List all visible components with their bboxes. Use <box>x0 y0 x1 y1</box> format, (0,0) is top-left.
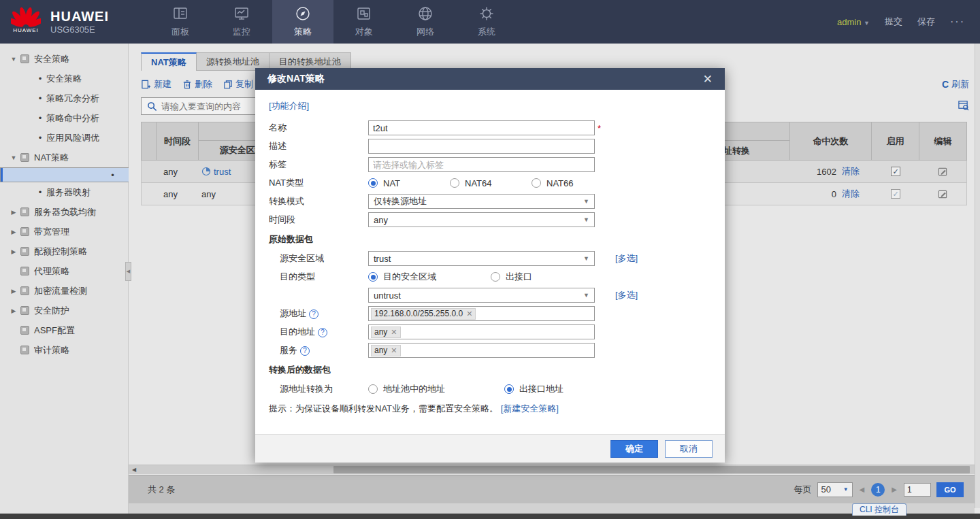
chevron-right-icon: ▶ <box>10 288 18 295</box>
radio-nat66[interactable]: NAT66 <box>532 178 613 188</box>
sidebar: ▼安全策略 安全策略 策略冗余分析 策略命中分析 应用风险调优 ▼NAT策略 N… <box>0 44 129 514</box>
copy-icon <box>223 80 233 90</box>
scroll-left-arrow[interactable]: ◀ <box>129 465 140 474</box>
clear-hits-link[interactable]: 清除 <box>842 188 860 200</box>
src-zone-multi-select-link[interactable]: [多选] <box>615 252 638 265</box>
radio-egress-interface[interactable]: 出接口地址 <box>504 383 640 395</box>
radio-dst-zone[interactable]: 目的安全区域 <box>368 271 491 283</box>
sidebar-group-nat-policy[interactable]: ▼NAT策略 <box>0 148 128 167</box>
sidebar-group-slb[interactable]: ▶服务器负载均衡 <box>0 202 128 222</box>
translation-mode-select[interactable]: 仅转换源地址▼ <box>368 194 595 209</box>
radio-nat[interactable]: NAT <box>368 178 450 188</box>
commit-button[interactable]: 提交 <box>885 16 902 28</box>
horizontal-scrollbar: ◀ <box>129 465 975 474</box>
nav-dashboard[interactable]: 面板 <box>150 0 211 44</box>
help-icon[interactable]: ? <box>309 309 318 319</box>
col-edit[interactable]: 编辑 <box>919 122 966 160</box>
sidebar-item-audit-policy[interactable]: 审计策略 <box>0 340 128 360</box>
more-menu-icon[interactable]: ··· <box>950 16 965 28</box>
chevron-down-icon: ▼ <box>583 198 589 205</box>
nav-system[interactable]: 系统 <box>456 0 517 44</box>
radio-dst-interface[interactable]: 出接口 <box>491 271 613 283</box>
col-enable[interactable]: 启用 <box>872 122 919 160</box>
remove-chip-icon[interactable]: ✕ <box>391 346 397 355</box>
nav-policy[interactable]: 策略 <box>272 0 333 44</box>
nav-network[interactable]: 网络 <box>395 0 456 44</box>
description-field[interactable] <box>368 139 595 154</box>
sidebar-item-app-risk-tuning[interactable]: 应用风险调优 <box>0 128 128 148</box>
sidebar-item-proxy-policy[interactable]: 代理策略 <box>0 261 128 281</box>
sidebar-group-security-protection[interactable]: ▶安全防护 <box>0 301 128 320</box>
name-field[interactable] <box>368 120 595 135</box>
slb-icon <box>20 207 29 216</box>
cancel-button[interactable]: 取消 <box>665 440 713 458</box>
dst-addr-field[interactable]: any✕ <box>368 324 595 339</box>
clear-hits-link[interactable]: 清除 <box>842 165 860 178</box>
network-globe-icon <box>416 5 434 24</box>
edit-icon[interactable] <box>938 167 948 177</box>
remove-chip-icon[interactable]: ✕ <box>391 328 397 337</box>
quota-icon <box>20 247 29 256</box>
sidebar-item-server-mapping[interactable]: 服务器映射 <box>0 182 128 202</box>
search-icon <box>147 101 157 112</box>
user-menu[interactable]: admin ▼ <box>837 17 870 27</box>
close-icon[interactable]: ✕ <box>699 72 717 86</box>
help-icon[interactable]: ? <box>300 346 310 356</box>
sidebar-group-bandwidth[interactable]: ▶带宽管理 <box>0 222 128 241</box>
sidebar-item-policy-hit-analysis[interactable]: 策略命中分析 <box>0 108 128 128</box>
cli-console-tab[interactable]: CLI 控制台 <box>852 503 906 516</box>
trash-icon <box>182 80 192 90</box>
sidebar-group-security-policy[interactable]: ▼安全策略 <box>0 49 128 69</box>
scrollbar-thumb[interactable] <box>333 466 970 473</box>
dst-addr-label: 目的地址 <box>280 327 315 337</box>
radio-address-pool[interactable]: 地址池中的地址 <box>368 383 504 395</box>
enable-checkbox[interactable]: ✓ <box>891 189 900 199</box>
sidebar-item-security-policy[interactable]: 安全策略 <box>0 69 128 88</box>
src-addr-field[interactable]: 192.168.0.0/255.255.0.0✕ <box>368 306 595 321</box>
column-filter-icon[interactable] <box>958 99 969 114</box>
sidebar-item-policy-redundancy[interactable]: 策略冗余分析 <box>0 88 128 108</box>
current-page-badge[interactable]: 1 <box>871 483 885 497</box>
feature-intro-link[interactable]: [功能介绍] <box>269 100 309 112</box>
pagination-bar: 共 2 条 每页 50 ▼ ◀ 1 ▶ GO <box>129 475 975 503</box>
dst-zone-select[interactable]: untrust▼ <box>368 288 595 303</box>
prev-page-arrow[interactable]: ◀ <box>858 486 866 493</box>
time-range-select[interactable]: any▼ <box>368 212 595 227</box>
next-page-arrow[interactable]: ▶ <box>890 486 898 493</box>
ok-button[interactable]: 确定 <box>610 440 658 458</box>
radio-nat64[interactable]: NAT64 <box>450 178 532 188</box>
refresh-button[interactable]: C 刷新 <box>942 78 969 90</box>
col-time[interactable]: 时间段 <box>157 122 199 160</box>
col-hit-count[interactable]: 命中次数 <box>790 122 872 160</box>
page-jump-input[interactable] <box>904 483 931 497</box>
tab-nat-policy[interactable]: NAT策略 <box>141 52 197 71</box>
nav-monitor[interactable]: 监控 <box>211 0 272 44</box>
delete-button[interactable]: 删除 <box>182 78 212 90</box>
enable-checkbox[interactable]: ✓ <box>891 167 900 176</box>
new-security-policy-link[interactable]: [新建安全策略] <box>501 403 559 414</box>
vertical-scrollbar[interactable] <box>975 44 980 508</box>
sidebar-item-aspf-config[interactable]: ASPF配置 <box>0 320 128 340</box>
per-page-select[interactable]: 50 ▼ <box>817 482 853 497</box>
src-zone-select[interactable]: trust▼ <box>368 251 595 266</box>
copy-button[interactable]: 复制 <box>223 78 253 90</box>
nav-object[interactable]: 对象 <box>333 0 395 44</box>
new-icon <box>141 80 151 90</box>
help-icon[interactable]: ? <box>318 328 327 337</box>
tag-field[interactable] <box>368 157 595 172</box>
src-zone-label: 源安全区域 <box>269 252 368 265</box>
new-button[interactable]: 新建 <box>141 78 172 90</box>
dialog-header: 修改NAT策略 ✕ <box>255 68 725 90</box>
edit-icon[interactable] <box>938 189 948 199</box>
policy-compass-icon <box>294 5 312 24</box>
dst-zone-multi-select-link[interactable]: [多选] <box>615 289 638 301</box>
remove-chip-icon[interactable]: ✕ <box>466 309 472 318</box>
modify-nat-policy-dialog: 修改NAT策略 ✕ [功能介绍] 名称 * 描述 标签 NAT类型 NAT <box>255 68 725 463</box>
zone-link[interactable]: trust <box>214 167 231 177</box>
sidebar-group-quota[interactable]: ▶配额控制策略 <box>0 241 128 261</box>
service-field[interactable]: any✕ <box>368 343 595 358</box>
save-button[interactable]: 保存 <box>917 16 935 28</box>
go-button[interactable]: GO <box>936 482 964 497</box>
sidebar-collapse-handle[interactable]: ◀ <box>125 262 131 281</box>
sidebar-group-encrypted-traffic[interactable]: ▶加密流量检测 <box>0 281 128 301</box>
